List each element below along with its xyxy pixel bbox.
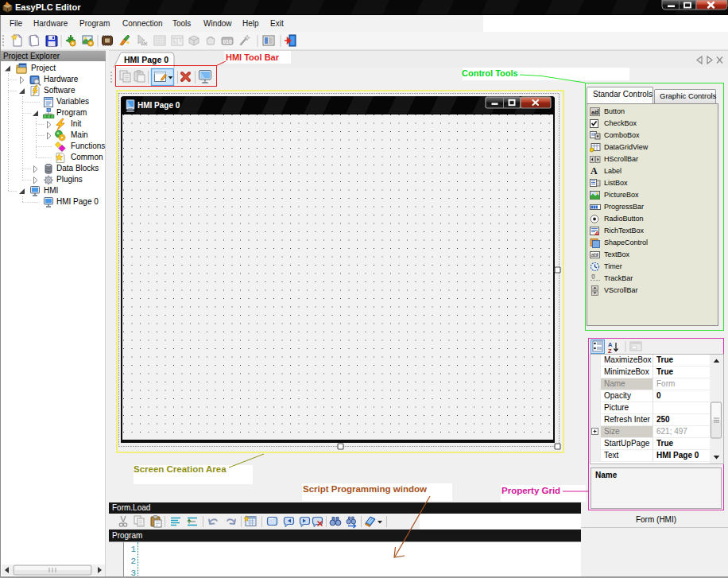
svg-text:ab: ab bbox=[591, 252, 598, 258]
svg-text:A: A bbox=[594, 230, 599, 237]
svg-text:010: 010 bbox=[223, 39, 232, 45]
svg-text:A: A bbox=[591, 165, 598, 177]
